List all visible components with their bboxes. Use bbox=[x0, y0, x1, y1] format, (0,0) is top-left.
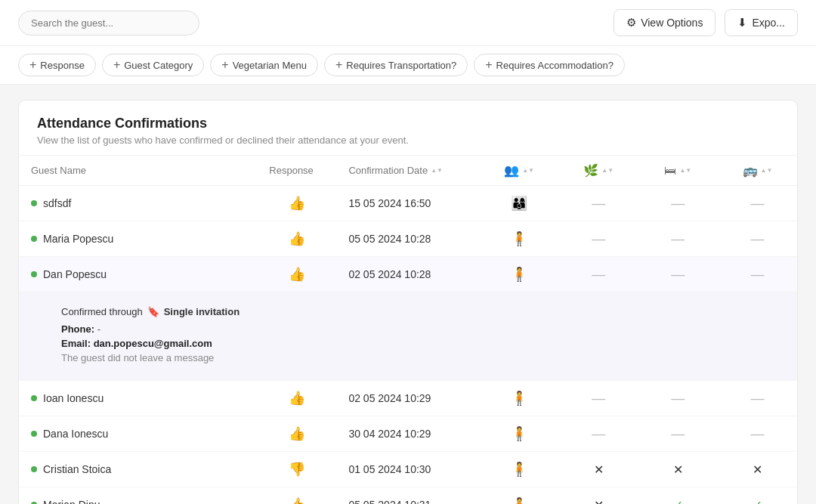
response-cell: 👍 bbox=[257, 487, 336, 505]
filter-transportation-label: Requires Transportation? bbox=[346, 60, 456, 71]
dash-cell: — bbox=[718, 381, 797, 416]
guest-name-cell: Marian Dinu bbox=[19, 487, 257, 505]
status-dot bbox=[31, 200, 37, 206]
table-row[interactable]: Maria Popescu 👍 05 05 2024 10:28 🧍 — — — bbox=[19, 221, 797, 257]
guest-name-cell: sdfsdf bbox=[19, 186, 257, 221]
guest-name: Ioan Ionescu bbox=[43, 392, 104, 404]
status-dot bbox=[31, 271, 37, 277]
date-cell: 05 05 2024 10:31 bbox=[336, 487, 479, 505]
col-header-confirmation-date[interactable]: Confirmation Date ▲▼ bbox=[336, 156, 479, 186]
col-header-transport[interactable]: 🚌 ▲▼ bbox=[718, 156, 797, 186]
thumbup-icon: 👍 bbox=[289, 267, 305, 282]
search-input[interactable] bbox=[18, 11, 199, 36]
vegetarian-icon: 🌿 bbox=[583, 163, 598, 178]
sort-arrows-accom: ▲▼ bbox=[679, 168, 691, 174]
phone-info: Phone: - bbox=[61, 323, 755, 335]
transport-icon: 🚌 bbox=[743, 163, 758, 178]
filter-bar: + Response + Guest Category + Vegetarian… bbox=[0, 46, 816, 85]
col-header-response: Response bbox=[257, 156, 336, 186]
sort-arrows-category: ▲▼ bbox=[522, 168, 534, 174]
phone-value: - bbox=[97, 323, 100, 335]
filter-accommodation-button[interactable]: + Requires Accommodation? bbox=[474, 54, 625, 76]
category-cell: 🧍 bbox=[480, 416, 559, 452]
check-cell: ✓ bbox=[638, 487, 718, 505]
filter-guest-category-label: Guest Category bbox=[124, 60, 193, 71]
dash-cell: — bbox=[559, 416, 638, 452]
person-icon: 🧍 bbox=[511, 267, 527, 282]
response-cell: 👍 bbox=[257, 257, 336, 292]
dash-cell: — bbox=[559, 257, 638, 292]
accommodation-icon: 🛏 bbox=[664, 164, 676, 178]
plus-icon: + bbox=[221, 59, 228, 71]
download-icon: ⬇ bbox=[737, 16, 747, 29]
category-cell: 👨‍👩‍👦 bbox=[480, 186, 559, 221]
person-icon: 🧍 bbox=[511, 231, 527, 246]
status-dot bbox=[31, 466, 37, 472]
cross-cell: ✕ bbox=[559, 452, 638, 487]
response-cell: 👍 bbox=[257, 186, 336, 221]
col-header-vegetarian[interactable]: 🌿 ▲▼ bbox=[559, 156, 638, 186]
cross-cell: ✕ bbox=[718, 452, 797, 487]
guest-name: Cristian Stoica bbox=[43, 463, 111, 475]
email-value: dan.popescu@gmail.com bbox=[94, 338, 212, 349]
guest-name-cell: Maria Popescu bbox=[19, 221, 257, 257]
filter-response-button[interactable]: + Response bbox=[18, 54, 96, 76]
sort-arrows-transport: ▲▼ bbox=[761, 168, 773, 174]
plus-icon: + bbox=[113, 59, 120, 71]
dash-cell: — bbox=[559, 221, 638, 257]
top-actions: ⚙ View Options ⬇ Expo... bbox=[614, 9, 798, 36]
attendance-card: Attendance Confirmations View the list o… bbox=[18, 100, 798, 504]
category-cell: 🧍 bbox=[480, 257, 559, 292]
people-icon: 👥 bbox=[504, 163, 519, 178]
check-cell: ✓ bbox=[718, 487, 797, 505]
category-cell: 🧍 bbox=[480, 221, 559, 257]
card-title: Attendance Confirmations bbox=[37, 116, 779, 131]
col-header-category[interactable]: 👥 ▲▼ bbox=[480, 156, 559, 186]
status-dot bbox=[31, 431, 37, 437]
expanded-row: Confirmed through 🔖 Single invitation Ph… bbox=[19, 292, 797, 381]
table-row[interactable]: Dana Ionescu 👍 30 04 2024 10:29 🧍 — — — bbox=[19, 416, 797, 452]
dash-cell: — bbox=[718, 221, 797, 257]
table-row[interactable]: sdfsdf 👍 15 05 2024 16:50 👨‍👩‍👦 — — — bbox=[19, 186, 797, 221]
table-row[interactable]: Ioan Ionescu 👍 02 05 2024 10:29 🧍 — — — bbox=[19, 381, 797, 416]
expanded-content-cell: Confirmed through 🔖 Single invitation Ph… bbox=[19, 292, 797, 381]
email-label: Email: bbox=[61, 338, 91, 349]
response-cell: 👍 bbox=[257, 381, 336, 416]
filter-guest-category-button[interactable]: + Guest Category bbox=[102, 54, 204, 76]
thumbup-icon: 👍 bbox=[289, 196, 305, 211]
dash-cell: — bbox=[638, 416, 718, 452]
export-button[interactable]: ⬇ Expo... bbox=[725, 9, 798, 36]
dash-cell: — bbox=[718, 416, 797, 452]
dash-cell: — bbox=[559, 381, 638, 416]
app-container: ⚙ View Options ⬇ Expo... + Response + Gu… bbox=[0, 0, 816, 504]
family-icon: 👨‍👩‍👦 bbox=[511, 196, 527, 211]
person-icon: 🧍 bbox=[511, 391, 527, 406]
thumbup-icon: 👍 bbox=[289, 497, 305, 504]
filter-vegetarian-button[interactable]: + Vegetarian Menu bbox=[210, 54, 318, 76]
thumbup-icon: 👍 bbox=[289, 231, 305, 246]
guest-name: Dan Popescu bbox=[43, 268, 107, 280]
date-cell: 15 05 2024 16:50 bbox=[336, 186, 479, 221]
cross-cell: ✕ bbox=[559, 487, 638, 505]
table-row[interactable]: Marian Dinu 👍 05 05 2024 10:31 🧍 ✕ ✓ ✓ bbox=[19, 487, 797, 505]
thumbup-icon: 👍 bbox=[289, 391, 305, 406]
col-header-accommodation[interactable]: 🛏 ▲▼ bbox=[638, 156, 718, 186]
guest-name-cell: Dan Popescu bbox=[19, 257, 257, 292]
dash-cell: — bbox=[638, 381, 718, 416]
table-row[interactable]: Dan Popescu 👍 02 05 2024 10:28 🧍 — — — bbox=[19, 257, 797, 292]
response-cell: 👎 bbox=[257, 452, 336, 487]
table-row[interactable]: Cristian Stoica 👎 01 05 2024 10:30 🧍 ✕ ✕… bbox=[19, 452, 797, 487]
email-info: Email: dan.popescu@gmail.com bbox=[61, 338, 755, 349]
thumbdown-icon: 👎 bbox=[289, 462, 305, 477]
single-invite-label: Single invitation bbox=[164, 306, 240, 317]
guests-table: Guest Name Response Confirmation Date ▲▼ bbox=[19, 155, 797, 504]
filter-accommodation-label: Requires Accommodation? bbox=[496, 60, 614, 71]
confirmed-through-text: Confirmed through bbox=[61, 306, 143, 317]
message-info: The guest did not leave a message bbox=[61, 352, 755, 363]
card-header: Attendance Confirmations View the list o… bbox=[19, 100, 797, 155]
thumbup-icon: 👍 bbox=[289, 426, 305, 441]
sliders-icon: ⚙ bbox=[626, 16, 636, 29]
filter-transportation-button[interactable]: + Requires Transportation? bbox=[324, 54, 468, 76]
plus-icon: + bbox=[335, 59, 342, 71]
view-options-button[interactable]: ⚙ View Options bbox=[614, 9, 716, 36]
